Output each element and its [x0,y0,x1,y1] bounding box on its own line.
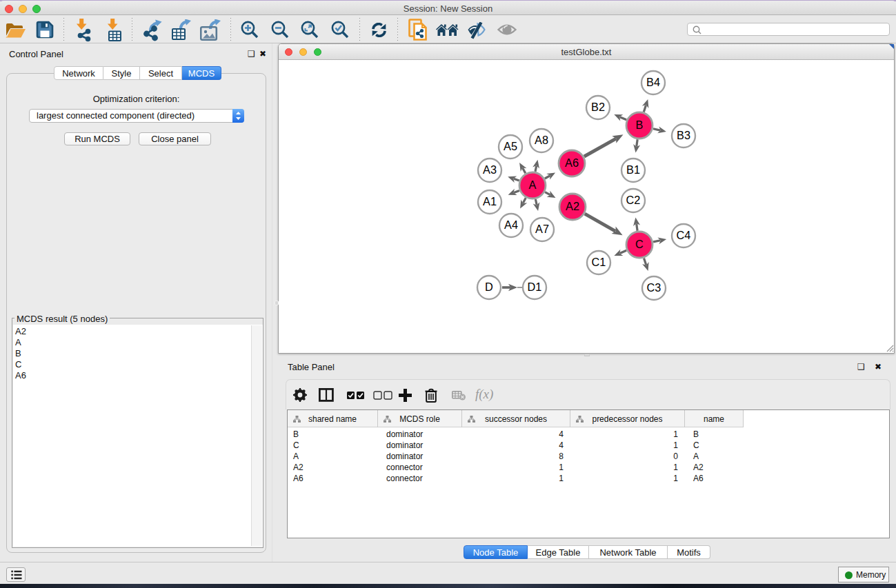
svg-text:A8: A8 [535,134,548,146]
svg-text:C2: C2 [626,194,641,206]
svg-text:D: D [485,281,493,293]
svg-text:B1: B1 [626,163,640,176]
svg-text:A4: A4 [504,219,518,231]
svg-text:D1: D1 [528,281,542,293]
svg-text:A7: A7 [535,223,549,235]
svg-text:C3: C3 [647,281,661,294]
svg-text:C4: C4 [677,229,691,241]
svg-text:C: C [635,238,644,250]
svg-text:C1: C1 [592,256,606,268]
svg-text:A5: A5 [504,140,517,152]
svg-text:A: A [529,179,537,191]
svg-text:B: B [636,119,644,131]
svg-text:A2: A2 [566,200,579,212]
svg-text:B3: B3 [677,129,690,141]
svg-text:B2: B2 [591,101,605,113]
svg-text:A3: A3 [483,163,497,176]
svg-text:A1: A1 [483,195,497,207]
svg-text:B4: B4 [646,76,660,88]
svg-text:A6: A6 [565,156,579,169]
